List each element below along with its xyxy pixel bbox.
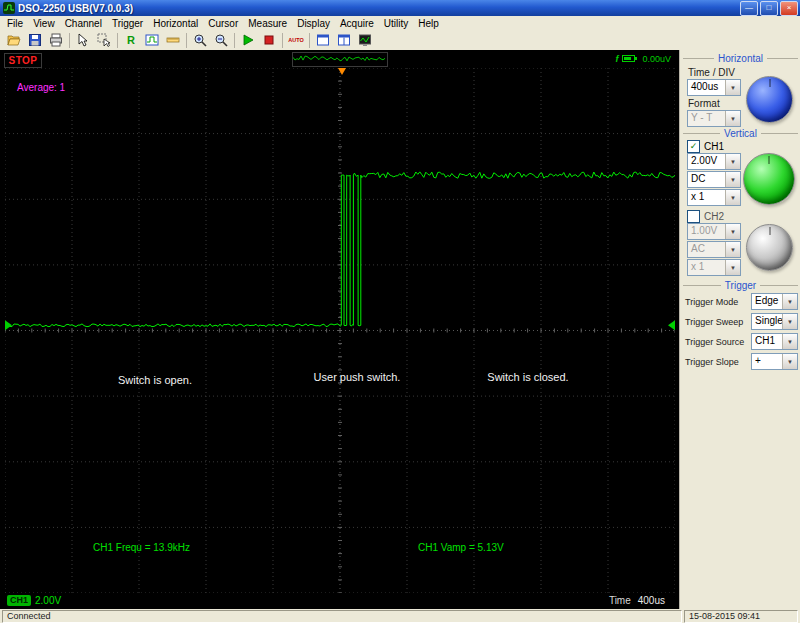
ch2-checkbox[interactable] [687, 210, 700, 223]
trigger-slope-label: Trigger Slope [683, 357, 739, 367]
ch2-label: CH2 [704, 211, 724, 222]
menu-channel[interactable]: Channel [60, 18, 107, 29]
cursor-icon [76, 33, 90, 47]
time-div-label: Time / DIV [688, 67, 735, 78]
open-button[interactable] [4, 31, 24, 50]
menu-file[interactable]: File [2, 18, 28, 29]
menu-view[interactable]: View [28, 18, 60, 29]
trigger-sweep-select[interactable]: Single ▼ [751, 313, 798, 330]
trigger-level-value: 0.00uV [642, 54, 671, 64]
zoom-in-icon [193, 33, 207, 47]
time-value: 400us [638, 595, 665, 606]
ch2-volt-select[interactable]: 1.00V ▼ [687, 223, 741, 240]
average-label: Average: 1 [17, 82, 65, 93]
ch1-badge[interactable]: CH1 [7, 595, 31, 606]
ch1-volt-select[interactable]: 2.00V ▼ [687, 153, 741, 170]
window-split-icon [337, 33, 351, 47]
trigger-source-row: Trigger Source CH1 ▼ [683, 333, 798, 350]
menu-display[interactable]: Display [292, 18, 335, 29]
close-button[interactable]: × [780, 1, 798, 16]
ch1-position-knob[interactable] [743, 153, 795, 205]
menu-utility[interactable]: Utility [379, 18, 413, 29]
ch2-coupling-value: AC [688, 242, 725, 257]
stop-icon [262, 33, 276, 47]
split-window-button[interactable] [334, 31, 354, 50]
scope-display[interactable]: Average: 1 Switch is open. User push swi… [5, 68, 675, 593]
ch1-checkbox[interactable]: ✓ [687, 140, 700, 153]
zoom-out-button[interactable] [211, 31, 231, 50]
toolbar-separator [234, 33, 235, 48]
ch2-position-knob[interactable] [746, 224, 793, 271]
stop-button[interactable] [259, 31, 279, 50]
menu-cursor[interactable]: Cursor [203, 18, 243, 29]
horizontal-knob[interactable] [746, 76, 793, 123]
dropdown-arrow-icon: ▼ [782, 354, 797, 369]
status-connection: Connected [2, 610, 682, 623]
menu-trigger[interactable]: Trigger [107, 18, 148, 29]
display-mode-button[interactable] [355, 31, 375, 50]
ch1-coupling-value: DC [688, 172, 725, 187]
ch1-probe-select[interactable]: x 1 ▼ [687, 189, 741, 206]
trigger-title-text: Trigger [725, 280, 756, 291]
print-button[interactable] [46, 31, 66, 50]
ruler-icon [166, 33, 180, 47]
cursor-button[interactable] [73, 31, 93, 50]
window-buttons: — □ × [740, 1, 798, 16]
record-preview-strip[interactable] [292, 52, 388, 67]
measure-button[interactable] [142, 31, 162, 50]
start-button[interactable] [238, 31, 258, 50]
time-div-select[interactable]: 400us ▼ [687, 79, 741, 96]
trigger-readout: f 0.00uV [611, 52, 675, 65]
save-button[interactable] [25, 31, 45, 50]
auto-setup-label: AUTO [288, 37, 303, 43]
trigger-position-marker[interactable] [338, 68, 346, 75]
select-icon [97, 33, 111, 47]
single-window-button[interactable] [313, 31, 333, 50]
annotation-switch-closed: Switch is closed. [487, 371, 568, 383]
trigger-source-select[interactable]: CH1 ▼ [751, 333, 798, 350]
toolbar-separator [282, 33, 283, 48]
format-select[interactable]: Y - T ▼ [687, 110, 741, 127]
ch2-row: CH2 [687, 210, 724, 223]
menu-measure[interactable]: Measure [243, 18, 292, 29]
title-bar: DSO-2250 USB(V7.0.0.3) — □ × [0, 0, 800, 16]
app-icon [3, 2, 15, 14]
menu-help[interactable]: Help [413, 18, 444, 29]
annotation-switch-open: Switch is open. [118, 374, 192, 386]
control-panel: Horizontal Time / DIV 400us ▼ Format Y -… [679, 50, 800, 609]
ch1-position-marker[interactable] [5, 320, 12, 330]
frequency-icon: f [615, 54, 618, 64]
ch1-label: CH1 [704, 141, 724, 152]
ch1-coupling-select[interactable]: DC ▼ [687, 171, 741, 188]
menu-acquire[interactable]: Acquire [335, 18, 379, 29]
print-icon [49, 33, 63, 47]
format-value: Y - T [688, 111, 725, 126]
ch1-waveform [5, 172, 675, 327]
ch2-probe-select[interactable]: x 1 ▼ [687, 259, 741, 276]
auto-setup-button[interactable]: AUTO [286, 31, 306, 50]
refresh-button[interactable]: R [121, 31, 141, 50]
menu-bar: File View Channel Trigger Horizontal Cur… [0, 16, 800, 31]
trigger-mode-select[interactable]: Edge ▼ [751, 293, 798, 310]
trigger-level-marker[interactable] [668, 320, 675, 330]
toolbar-separator [117, 33, 118, 48]
ruler-button[interactable] [163, 31, 183, 50]
dropdown-arrow-icon: ▼ [725, 172, 740, 187]
window-title: DSO-2250 USB(V7.0.0.3) [18, 3, 740, 14]
ch2-coupling-select[interactable]: AC ▼ [687, 241, 741, 258]
ch1-scale-readout: 2.00V [35, 595, 61, 606]
select-button[interactable] [94, 31, 114, 50]
maximize-button[interactable]: □ [760, 1, 778, 16]
record-preview-waveform [293, 53, 385, 64]
ch2-volt-value: 1.00V [688, 224, 725, 239]
trigger-slope-value: + [752, 354, 782, 369]
refresh-r-icon: R [127, 34, 135, 46]
trigger-source-label: Trigger Source [683, 337, 744, 347]
menu-horizontal[interactable]: Horizontal [148, 18, 203, 29]
run-state-indicator: STOP [4, 53, 42, 68]
scope-zone: STOP f 0.00uV Average: 1 Switch is open.… [0, 50, 679, 609]
minimize-button[interactable]: — [740, 1, 758, 16]
zoom-out-icon [214, 33, 228, 47]
zoom-in-button[interactable] [190, 31, 210, 50]
trigger-slope-select[interactable]: + ▼ [751, 353, 798, 370]
